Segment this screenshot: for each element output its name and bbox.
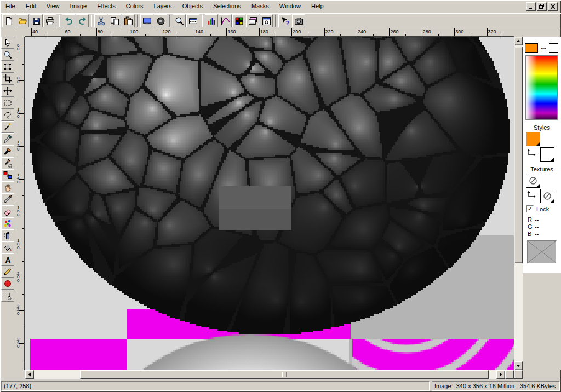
toolbar-separator — [275, 15, 276, 27]
swap-textures-icon[interactable] — [526, 191, 536, 201]
close-button[interactable] — [548, 2, 558, 11]
tool-picture-tube[interactable] — [1, 217, 14, 229]
texture-menu-arrow-icon[interactable] — [536, 184, 540, 187]
toggle-overview-button[interactable] — [260, 14, 273, 27]
toggle-histogram-button[interactable] — [219, 14, 232, 27]
full-screen-preview-button[interactable] — [140, 14, 153, 27]
tool-flood-fill[interactable] — [1, 241, 14, 253]
save-button[interactable] — [30, 14, 43, 27]
horizontal-scroll-thumb[interactable] — [80, 370, 489, 379]
style-menu-arrow-icon[interactable] — [551, 158, 554, 161]
tool-scratch-remover[interactable] — [1, 193, 14, 205]
tool-text[interactable]: A — [1, 253, 14, 266]
tool-clone-brush[interactable] — [1, 157, 14, 169]
scroll-left-button[interactable] — [25, 370, 34, 379]
swap-styles-icon[interactable] — [526, 149, 536, 160]
menu-window[interactable]: Window — [275, 1, 305, 11]
swap-colors-icon[interactable]: ↔ — [540, 43, 547, 51]
copy-icon — [110, 16, 119, 26]
canvas-image[interactable] — [25, 37, 514, 370]
tool-eraser[interactable] — [1, 205, 14, 217]
save-icon — [32, 16, 41, 26]
menu-effects[interactable]: Effects — [93, 1, 119, 11]
background-color-swatch[interactable] — [549, 43, 558, 53]
monitor-icon — [142, 16, 152, 26]
image-canvas-area[interactable] — [25, 37, 514, 370]
menu-file[interactable]: File — [1, 1, 20, 11]
menu-selections[interactable]: Selections — [209, 1, 245, 11]
open-button[interactable] — [16, 14, 29, 27]
new-button[interactable] — [2, 14, 15, 27]
screen-capture-button[interactable] — [292, 14, 305, 27]
texture-preview[interactable] — [527, 240, 557, 263]
tool-draw[interactable] — [1, 266, 14, 278]
tool-dropper[interactable] — [1, 133, 14, 145]
menu-edit[interactable]: Edit — [21, 1, 41, 11]
tool-arrow[interactable] — [1, 37, 14, 49]
b-value: -- — [535, 230, 539, 237]
picture-tube-icon — [3, 219, 12, 228]
tool-zoom[interactable] — [1, 49, 14, 61]
right-arrow-icon — [499, 372, 503, 377]
foreground-style-swatch[interactable] — [526, 132, 540, 146]
toggle-layer-palette-button[interactable] — [246, 14, 259, 27]
tool-paintbrush[interactable] — [1, 145, 14, 157]
copy-button[interactable] — [108, 14, 121, 27]
restore-button[interactable] — [537, 2, 547, 11]
scroll-up-button[interactable] — [514, 37, 523, 45]
menu-view[interactable]: View — [42, 1, 64, 11]
scroll-down-button[interactable] — [514, 361, 523, 370]
scrollbar-corner — [505, 370, 514, 379]
background-style-swatch[interactable] — [540, 147, 554, 162]
tool-magic-wand[interactable] — [1, 121, 14, 133]
tool-options-icon — [188, 16, 198, 26]
menu-image[interactable]: Image — [66, 1, 91, 11]
tool-deformation[interactable] — [1, 61, 14, 73]
lock-checkbox[interactable]: ✓ — [526, 205, 534, 212]
zoom-100-button[interactable] — [173, 14, 186, 27]
tool-crop[interactable] — [1, 73, 14, 85]
down-arrow-icon — [516, 364, 520, 368]
tool-object-selector[interactable] — [1, 290, 14, 302]
normal-viewing-button[interactable] — [154, 14, 167, 27]
vertical-scroll-thumb[interactable] — [514, 47, 523, 263]
tool-preset-shapes[interactable] — [1, 278, 14, 290]
menu-objects[interactable]: Objects — [178, 1, 207, 11]
foreground-texture-swatch[interactable] — [526, 174, 540, 188]
toggle-color-palette-button[interactable] — [232, 14, 245, 27]
histogram-window-button[interactable] — [205, 14, 218, 27]
restore-icon — [539, 4, 545, 9]
background-texture-swatch[interactable] — [540, 189, 554, 203]
foreground-color-swatch[interactable] — [525, 43, 538, 53]
close-icon — [549, 4, 556, 9]
tool-airbrush[interactable] — [1, 229, 14, 241]
eraser-icon — [3, 207, 12, 216]
vertical-scrollbar[interactable] — [514, 37, 523, 370]
style-menu-arrow-icon[interactable] — [536, 142, 540, 146]
deformation-icon — [3, 62, 12, 71]
menu-help[interactable]: Help — [307, 1, 328, 11]
tool-mover[interactable] — [1, 85, 14, 97]
undo-button[interactable] — [62, 14, 75, 27]
menu-colors[interactable]: Colors — [122, 1, 148, 11]
tool-color-replacer[interactable] — [1, 169, 14, 181]
minimize-icon — [528, 4, 534, 9]
context-help-button[interactable]: ? — [278, 14, 291, 27]
texture-menu-arrow-icon[interactable] — [551, 199, 554, 203]
minimize-button[interactable] — [526, 2, 536, 11]
window-controls — [526, 2, 558, 11]
toolbar-separator — [137, 15, 138, 27]
toggle-tool-options-button[interactable] — [186, 14, 199, 27]
scroll-right-button[interactable] — [496, 370, 505, 379]
cut-button[interactable] — [94, 14, 107, 27]
menu-layers[interactable]: Layers — [150, 1, 176, 11]
menu-masks[interactable]: Masks — [247, 1, 273, 11]
tool-retouch[interactable] — [1, 181, 14, 193]
tool-selection[interactable] — [1, 97, 14, 109]
print-button[interactable] — [43, 14, 56, 27]
tool-freehand[interactable] — [1, 109, 14, 121]
available-colors-picker[interactable] — [525, 55, 558, 120]
redo-button[interactable] — [76, 14, 89, 27]
paste-button[interactable] — [122, 14, 135, 27]
horizontal-scrollbar[interactable] — [25, 370, 505, 379]
